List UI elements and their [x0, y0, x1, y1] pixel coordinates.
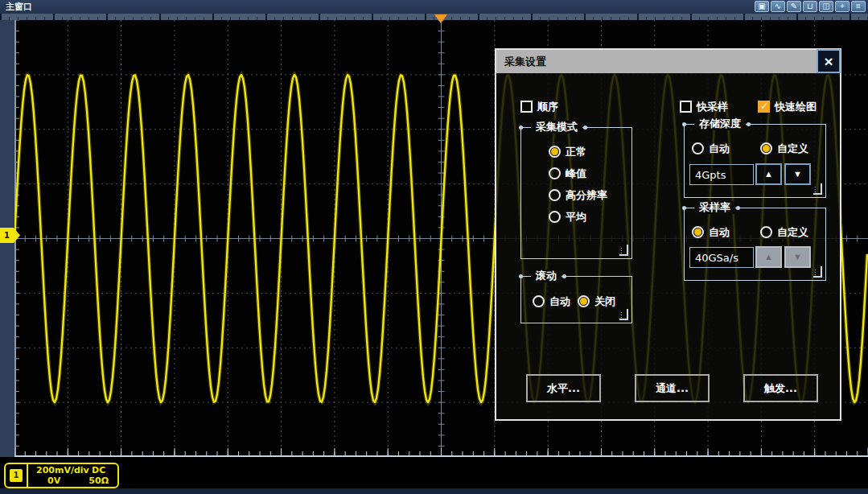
sample-rate-down-icon: ▼ [784, 246, 811, 268]
mode-normal-radio[interactable] [549, 146, 561, 158]
mode-hires-label: 高分辨率 [566, 189, 607, 201]
mode-peak-radio[interactable] [549, 167, 561, 179]
measure-icon[interactable]: ⊔ [803, 1, 817, 12]
memory-depth-auto-label: 自动 [709, 142, 730, 154]
channel-offset: 0V [28, 475, 80, 486]
channel-1-badge[interactable]: 1 200mV/div DC 0V 50Ω [4, 463, 119, 488]
channel-number-cell: 1 [6, 464, 28, 487]
sample-rate-custom-radio[interactable] [760, 226, 772, 238]
roll-auto-label: 自动 [549, 295, 570, 307]
menu-icon[interactable]: ≡ [851, 1, 866, 12]
titlebar-toolbar: ▣ ∿ ✎ ⊔ ◫ + ≡ [755, 1, 866, 12]
screenshot-icon[interactable]: ▣ [755, 1, 769, 12]
channel-impedance: 50Ω [80, 475, 117, 486]
trigger-settings-button[interactable]: 触发... [743, 374, 818, 402]
memory-depth-custom-radio[interactable] [760, 142, 772, 154]
memory-depth-group: 存储深度 [684, 124, 826, 198]
sample-rate-group-title: 采样率 [694, 201, 735, 214]
channel-info: 200mV/div DC 0V 50Ω [28, 464, 117, 487]
channel-settings-button[interactable]: 通道... [635, 374, 710, 402]
mode-average-label: 平均 [566, 211, 586, 223]
memory-depth-group-title: 存储深度 [694, 117, 746, 130]
sequence-label: 顺序 [537, 101, 558, 113]
sample-rate-input[interactable] [689, 247, 754, 268]
roll-group-title: 滚动 [531, 270, 562, 282]
fast-sample-label: 快采样 [697, 101, 728, 113]
roll-off-label: 关闭 [594, 295, 615, 307]
memory-depth-custom-label: 自定义 [777, 142, 808, 154]
memory-depth-input[interactable] [689, 164, 754, 185]
group-expand-handle[interactable] [813, 266, 822, 278]
fast-plot-label: 快速绘图 [775, 101, 817, 113]
window-title: 主窗口 [6, 1, 32, 13]
mode-normal-label: 正常 [566, 146, 586, 158]
sequence-checkbox[interactable] [520, 101, 533, 113]
sample-rate-auto-label: 自动 [709, 226, 730, 238]
channel-scale: 200mV/div [28, 465, 80, 475]
channel-number: 1 [10, 469, 23, 482]
group-expand-handle[interactable] [619, 309, 628, 320]
fast-plot-checkbox[interactable] [758, 101, 770, 113]
channel-coupling: DC [80, 465, 117, 475]
sample-rate-custom-label: 自定义 [777, 226, 808, 238]
sample-rate-auto-radio[interactable] [692, 226, 704, 238]
add-window-icon[interactable]: + [835, 1, 849, 12]
probe-icon[interactable]: ◫ [819, 1, 833, 12]
roll-off-radio[interactable] [578, 295, 590, 307]
memory-depth-up-icon[interactable]: ▲ [755, 163, 782, 185]
sample-rate-group: 采样率 [684, 208, 826, 281]
sample-rate-up-icon: ▲ [755, 246, 782, 268]
acquisition-settings-dialog: 采集设置 × 顺序 快采样 快速绘图 采集模式 正常 峰值 高分辨率 平均 存储… [495, 48, 841, 421]
fast-sample-checkbox[interactable] [680, 101, 692, 113]
horizontal-settings-button[interactable]: 水平... [526, 374, 601, 402]
memory-depth-down-icon[interactable]: ▼ [784, 163, 811, 185]
bottom-status-strip [0, 488, 868, 494]
window-titlebar: 主窗口 ▣ ∿ ✎ ⊔ ◫ + ≡ [0, 0, 868, 14]
group-expand-handle[interactable] [619, 245, 628, 256]
acquisition-mode-group-title: 采集模式 [531, 121, 582, 134]
group-expand-handle[interactable] [813, 183, 822, 195]
roll-auto-radio[interactable] [533, 295, 545, 307]
trigger-position-marker[interactable] [434, 14, 447, 23]
oscilloscope-main-window: 主窗口 ▣ ∿ ✎ ⊔ ◫ + ≡ 1 采集设置 × 顺序 快采样 快速绘图 采… [0, 0, 868, 494]
mode-hires-radio[interactable] [549, 189, 561, 201]
close-icon[interactable]: × [817, 49, 841, 73]
mode-average-radio[interactable] [549, 211, 561, 223]
waveform-display-icon[interactable]: ∿ [771, 1, 785, 12]
memory-depth-auto-radio[interactable] [692, 142, 704, 154]
annotate-icon[interactable]: ✎ [787, 1, 801, 12]
dialog-titlebar[interactable]: 采集设置 [496, 50, 840, 73]
mode-peak-label: 峰值 [566, 167, 586, 179]
